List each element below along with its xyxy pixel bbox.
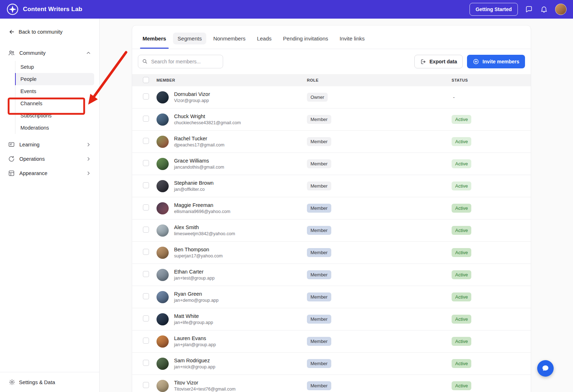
member-avatar [157, 247, 169, 259]
chat-bubble-icon[interactable] [525, 5, 533, 13]
member-avatar [157, 136, 169, 148]
table-header-row: MEMBER ROLE STATUS [132, 74, 531, 86]
member-email: limesweetjm3842@yahoo.com [174, 231, 235, 236]
row-checkbox[interactable] [143, 249, 149, 255]
tab-segments[interactable]: Segments [173, 33, 207, 44]
sidebar-item-events[interactable]: Events [15, 85, 94, 97]
table-row: Ben Thompson superjan17@yahoo.com Member… [132, 242, 531, 264]
sidebar-item-operations[interactable]: Operations [0, 152, 99, 166]
brand-title: Content Writers Lab [23, 6, 82, 13]
row-checkbox[interactable] [143, 382, 149, 388]
row-checkbox[interactable] [143, 271, 149, 277]
sidebar-item-setup[interactable]: Setup [15, 61, 94, 73]
back-link-label: Back to community [19, 29, 63, 35]
member-avatar [157, 291, 169, 303]
member-name: Sam Rodriguez [174, 358, 215, 363]
member-email: djpeaches17@gmail.com [174, 142, 225, 147]
sidebar-item-people[interactable]: People [15, 73, 94, 85]
sidebar-item-channels[interactable]: Channels [15, 97, 94, 110]
member-email: chuckiechesse43821@gmail.com [174, 120, 241, 125]
search-icon [142, 58, 148, 64]
member-email: Titoviser24+test76@gmail.com [174, 387, 236, 392]
row-checkbox[interactable] [143, 204, 149, 210]
row-checkbox[interactable] [143, 338, 149, 344]
operations-icon [8, 155, 15, 163]
select-all-checkbox[interactable] [143, 77, 149, 83]
status-badge: - [452, 95, 455, 100]
user-avatar[interactable] [555, 4, 567, 15]
chat-bubble-icon [541, 364, 549, 372]
row-checkbox[interactable] [143, 93, 149, 100]
status-badge: Active [452, 359, 471, 368]
tab-members[interactable]: Members [138, 33, 171, 44]
role-badge: Member [307, 182, 331, 190]
row-checkbox[interactable] [143, 182, 149, 188]
member-avatar [157, 202, 169, 214]
member-name: Grace Williams [174, 158, 224, 164]
main-content: Members Segments Nonmembers Leads Pendin… [100, 19, 573, 392]
table-row: Ryan Green jan+demo@group.app Member Act… [132, 286, 531, 308]
member-name: Stephanie Brown [174, 180, 213, 186]
tab-invite-links[interactable]: Invite links [335, 33, 369, 44]
table-row: Matt White jan+life@group.app Member Act… [132, 308, 531, 330]
tab-bar: Members Segments Nonmembers Leads Pendin… [132, 25, 531, 49]
role-badge: Member [307, 204, 331, 213]
role-badge: Member [307, 292, 331, 301]
sidebar-item-community[interactable]: Community [0, 46, 99, 60]
status-badge: Active [452, 137, 471, 146]
status-badge: Active [452, 159, 471, 168]
tab-nonmembers[interactable]: Nonmembers [208, 33, 250, 44]
member-email: jan+plan@group.app [174, 342, 216, 347]
member-name: Ryan Green [174, 291, 218, 297]
sidebar-item-subscriptions[interactable]: Subscriptions [15, 110, 94, 122]
community-label: Community [19, 50, 45, 56]
table-row: Dornubari Vizor Vizor@group.app Owner - [132, 86, 531, 108]
row-checkbox[interactable] [143, 227, 149, 233]
sidebar-item-appearance[interactable]: Appearance [0, 166, 99, 180]
row-checkbox[interactable] [143, 138, 149, 144]
table-row: Sam Rodriguez jan+nick@group.app Member … [132, 353, 531, 375]
chevron-right-icon [86, 156, 91, 162]
bell-icon[interactable] [540, 5, 548, 13]
member-email: jan@offkilter.co [174, 187, 213, 192]
role-badge: Owner [307, 93, 328, 102]
row-checkbox[interactable] [143, 360, 149, 366]
gear-icon [9, 379, 15, 386]
member-avatar [157, 380, 169, 392]
sidebar-item-moderations[interactable]: Moderations [15, 122, 94, 134]
settings-and-data-link[interactable]: Settings & Data [0, 372, 99, 392]
chat-launcher-button[interactable] [537, 360, 554, 377]
table-row: Chuck Wright chuckiechesse43821@gmail.co… [132, 108, 531, 131]
getting-started-button[interactable]: Getting Started [470, 3, 518, 16]
invite-members-button[interactable]: Invite members [467, 55, 525, 68]
row-checkbox[interactable] [143, 116, 149, 122]
role-badge: Member [307, 315, 331, 324]
row-checkbox[interactable] [143, 293, 149, 299]
appearance-label: Appearance [19, 170, 47, 176]
topbar: Content Writers Lab Getting Started [0, 0, 573, 19]
app-logo-icon [6, 3, 19, 15]
role-badge: Member [307, 381, 331, 390]
tab-leads[interactable]: Leads [252, 33, 276, 44]
search-members-input[interactable] [138, 55, 223, 68]
member-avatar [157, 313, 169, 325]
row-checkbox[interactable] [143, 315, 149, 321]
community-subnav: Setup People Events Channels Subscriptio… [15, 61, 94, 134]
member-name: Dornubari Vizor [174, 91, 210, 97]
learning-icon [8, 141, 15, 148]
member-name: Titov Vizor [174, 380, 236, 386]
tab-pending-invitations[interactable]: Pending invitations [278, 33, 333, 44]
row-checkbox[interactable] [143, 160, 149, 166]
role-badge: Member [307, 159, 331, 168]
member-name: Rachel Tucker [174, 136, 225, 141]
member-name: Ben Thompson [174, 247, 223, 252]
sidebar-item-learning[interactable]: Learning [0, 137, 99, 152]
export-data-button[interactable]: Export data [414, 55, 463, 68]
member-avatar [157, 269, 169, 281]
operations-label: Operations [19, 156, 45, 162]
member-email: jan+nick@group.app [174, 364, 215, 369]
back-to-community-link[interactable]: Back to community [0, 19, 99, 37]
role-badge: Member [307, 248, 331, 257]
learning-label: Learning [19, 142, 39, 147]
community-icon [8, 49, 15, 57]
